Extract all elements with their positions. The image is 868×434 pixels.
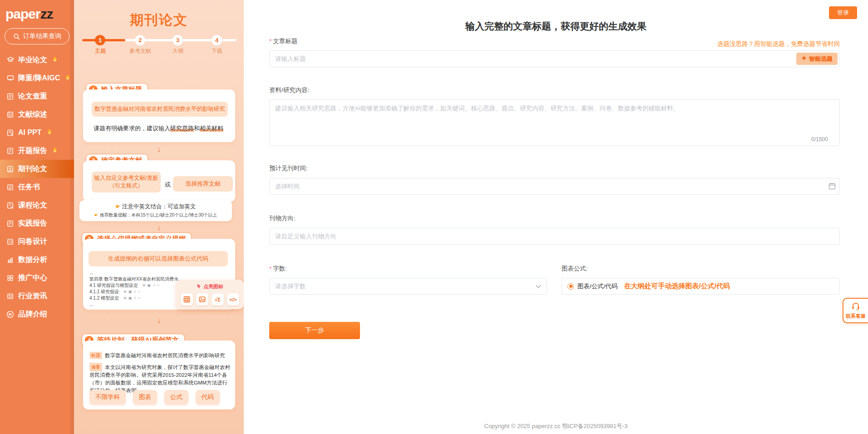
pointing-hand-icon: ☛	[115, 203, 120, 210]
char-counter: 0/1500	[811, 136, 828, 143]
step-label-outline: 大纲	[173, 47, 183, 55]
rewrite-icon	[6, 74, 14, 82]
step2-recommend-ref-chip[interactable]: 选择推荐文献	[173, 176, 233, 192]
direction-input[interactable]	[269, 228, 840, 245]
abstract-tag: 摘要	[89, 363, 102, 371]
words-field-label: 字数:	[269, 265, 287, 273]
sidebar-item-questionnaire-design[interactable]: 问卷设计	[0, 232, 74, 251]
sidebar-item-proposal-report[interactable]: 开题报告	[0, 142, 74, 160]
radio-selected-icon[interactable]	[567, 283, 574, 290]
row-media-icons[interactable]: ⊞ ▣ √ ‹›	[123, 295, 141, 301]
doc-check-icon	[6, 93, 14, 100]
step2-or: 或	[165, 181, 171, 189]
contact-service-widget[interactable]: 联系客服	[843, 298, 868, 323]
sidebar-item-brand-intro[interactable]: R 品牌介绍	[0, 305, 74, 323]
material-field-label: 资料/研究内容:	[269, 86, 310, 94]
sidebar-item-label: 问卷设计	[18, 237, 47, 247]
brand-logo[interactable]: paperzz	[0, 0, 74, 22]
sidebar-item-label: 降重/降AIGC	[18, 74, 60, 83]
flame-icon	[52, 147, 58, 155]
smart-topic-button[interactable]: 智能选题	[796, 53, 838, 65]
chevron-down-icon	[536, 283, 541, 290]
sidebar-item-label: 毕业论文	[18, 55, 47, 65]
date-input[interactable]	[269, 178, 840, 195]
next-step-button[interactable]: 下一步	[269, 322, 360, 339]
svg-text:R: R	[9, 311, 12, 316]
sidebar-item-data-analysis[interactable]: 数据分析	[0, 251, 74, 269]
title-tag: 标题	[89, 352, 102, 359]
order-search-button[interactable]: 订单结果查询	[5, 28, 69, 44]
literature-icon	[6, 111, 14, 118]
ppt-icon	[6, 129, 14, 137]
chip-any-subject: 不限学科	[89, 390, 126, 404]
contact-service-label: 联系客服	[844, 313, 867, 320]
formula-icon[interactable]: √Σ	[212, 293, 224, 306]
step2-note-card: ☛ 注意中英文结合：可追加英文 ☛ 推荐数量提醒：本科15个以上/硕士20个以上…	[79, 200, 232, 221]
sidebar-item-plagiarism-check[interactable]: 论文查重	[0, 87, 74, 105]
sidebar-item-industry-news[interactable]: 行业资讯	[0, 287, 74, 305]
chart-radio-label[interactable]: 图表/公式/代码	[577, 282, 618, 291]
logo-zz: zz	[40, 6, 53, 21]
step-circle-1[interactable]: 1	[95, 35, 105, 45]
chart-icon	[6, 256, 14, 264]
step-label-references: 参考文献	[129, 47, 151, 55]
step-number: 2	[138, 37, 142, 44]
click-cursor-icon	[197, 284, 202, 290]
step-circle-4[interactable]: 4	[212, 35, 222, 45]
sidebar-item-label: 期刊论文	[18, 164, 47, 174]
sidebar-item-promotion-center[interactable]: 推广中心	[0, 269, 74, 287]
login-button[interactable]: 登录	[829, 6, 857, 19]
sidebar-item-label: 论文查重	[18, 92, 47, 101]
row-media-icons[interactable]: ⊞ ▣ √ ‹›	[143, 282, 160, 289]
table-icon[interactable]	[181, 293, 193, 306]
calendar-icon[interactable]	[829, 182, 836, 192]
sidebar-item-graduation-thesis[interactable]: 毕业论文	[0, 51, 74, 69]
proposal-icon	[6, 147, 14, 155]
row-media-icons[interactable]: ⊞ ▣ √ ‹›	[123, 289, 141, 295]
sidebar-item-label: 行业资讯	[18, 291, 47, 301]
panel-title: 期刊论文	[74, 11, 244, 30]
sidebar-item-label: 任务书	[18, 182, 40, 192]
sidebar-item-reduce-aigc[interactable]: 降重/降AIGC	[0, 69, 74, 87]
chip-formulas: 公式	[164, 390, 188, 404]
step-number: 1	[99, 37, 102, 44]
words-select[interactable]: 请选择字数	[269, 278, 547, 295]
sidebar-item-label: 实践报告	[18, 219, 47, 228]
icon-highlight-bubble: 点亮图标 √Σ </>	[176, 280, 244, 309]
date-field-label: 预计见刊时间:	[269, 164, 308, 173]
main-content: 登录 输入完整的文章标题，获得更好的生成效果 文章标题 选题没思路？用智能选题，…	[244, 0, 868, 434]
flame-icon	[52, 56, 58, 64]
flame-icon	[65, 74, 70, 82]
title-input[interactable]	[269, 50, 840, 67]
chart-radio-note: 在大纲处可手动选择图表/公式/代码	[624, 282, 730, 291]
sidebar-item-course-paper[interactable]: 课程论文	[0, 196, 74, 214]
sidebar-item-journal-paper[interactable]: 期刊论文	[0, 160, 74, 178]
material-textarea[interactable]	[269, 99, 840, 146]
news-icon	[6, 292, 14, 300]
note-quantity: 推荐数量提醒：本科15个以上/硕士20个以上/博士30个以上	[99, 212, 217, 217]
code-icon[interactable]: </>	[227, 293, 239, 306]
sidebar-item-practice-report[interactable]: 实践报告	[0, 214, 74, 232]
step2-custom-ref-chip[interactable]: 输入自定义参考文献/查新（引文格式）	[92, 172, 161, 192]
sidebar-item-label: 数据分析	[18, 255, 47, 265]
sidebar-item-task-book[interactable]: 任务书	[0, 178, 74, 196]
step-circle-3[interactable]: 3	[173, 35, 183, 45]
sparkle-icon	[801, 55, 807, 62]
practice-report-icon	[6, 220, 14, 227]
chart-field-label: 图表公式:	[562, 265, 588, 273]
chip-charts: 图表	[133, 390, 157, 404]
step-label-topic: 主题	[95, 47, 106, 55]
sidebar-item-label: 品牌介绍	[18, 310, 47, 319]
step1-example-chip: 数字普惠金融对河南省农村居民消费水平的影响研究	[92, 102, 228, 117]
sidebar-item-literature-review[interactable]: 文献综述	[0, 105, 74, 123]
sidebar: paperzz 订单结果查询 毕业论文 降重/降AIGC 论文查重 文献综	[0, 0, 74, 434]
sidebar-item-ai-ppt[interactable]: AI PPT	[0, 123, 74, 142]
page-heading: 输入完整的文章标题，获得更好的生成效果	[244, 20, 868, 33]
smart-topic-link[interactable]: 选题没思路？用智能选题，免费选题节省时间	[717, 40, 840, 48]
step-number: 3	[176, 37, 179, 44]
step-circle-2[interactable]: 2	[135, 35, 145, 45]
step-label-download: 下载	[212, 47, 222, 55]
copyright-footer: Copyright © 2025 paperzz.cc 鄂ICP备2025093…	[244, 422, 868, 430]
image-icon[interactable]	[196, 293, 208, 306]
sidebar-item-label: 文献综述	[18, 110, 47, 119]
